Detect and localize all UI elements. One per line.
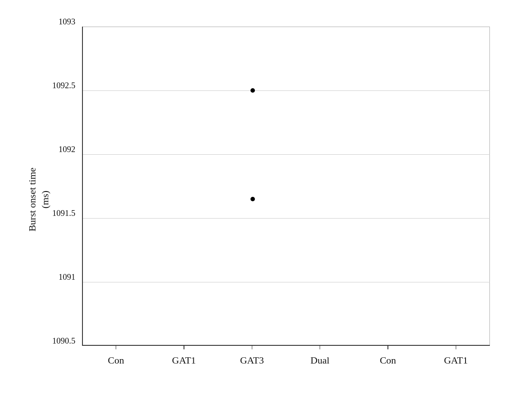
x-tick-line — [320, 346, 321, 349]
x-axis-label: Con — [82, 355, 150, 366]
gridline — [83, 282, 490, 282]
gridline — [83, 154, 490, 155]
x-tick-line — [252, 346, 253, 349]
x-tick-line — [456, 346, 457, 349]
plot-area — [82, 27, 490, 346]
y-axis-label: Burst onset time(ms) — [26, 168, 51, 231]
chart-wrapper: Burst onset time(ms) 1090.510911091.5109… — [33, 18, 499, 381]
gridline — [83, 90, 490, 91]
y-tick-label: 1092.5 — [52, 81, 75, 90]
x-tick-line — [184, 346, 184, 349]
x-axis-label: Dual — [286, 355, 354, 366]
y-tick-label: 1091 — [59, 272, 75, 282]
data-point — [250, 88, 255, 93]
data-point — [250, 197, 255, 201]
x-axis-label: GAT3 — [218, 355, 286, 366]
gridline — [83, 218, 490, 219]
x-tick-line — [387, 346, 388, 349]
y-tick-label: 1092 — [59, 145, 75, 154]
y-tick-label: 1091.5 — [52, 208, 75, 218]
x-axis-label: GAT1 — [422, 355, 490, 366]
x-tick-line — [116, 346, 117, 349]
x-labels: ConGAT1GAT3DualConGAT1 — [82, 355, 490, 372]
chart-container: Burst onset time(ms) 1090.510911091.5109… — [0, 0, 532, 399]
y-tick-label: 1090.5 — [52, 336, 75, 346]
y-tick-label: 1093 — [59, 17, 75, 27]
x-axis-label: Con — [354, 355, 422, 366]
x-axis-label: GAT1 — [150, 355, 218, 366]
